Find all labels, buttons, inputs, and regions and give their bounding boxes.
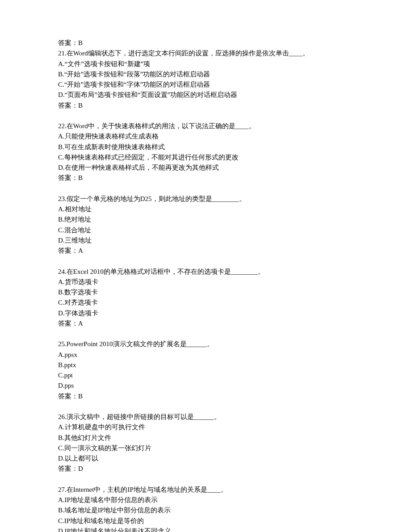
blank-line [58, 111, 353, 121]
document-page: 答案：B21.在Word编辑状态下，进行选定文本行间距的设置，应选择的操作是依次… [0, 0, 411, 532]
text-line: 答案：A [58, 246, 353, 256]
text-line: C.同一演示文稿的某一张幻灯片 [58, 443, 353, 453]
text-line: 21.在Word编辑状态下，进行选定文本行间距的设置，应选择的操作是依次单击__… [58, 48, 353, 59]
text-line: C.对齐选项卡 [58, 297, 353, 308]
text-line: D.IP地址和域名地址分别表达不同含义 [58, 526, 353, 532]
text-line: 26.演示文稿中，超链接中所链接的目标可以是______。 [58, 412, 353, 422]
blank-line [58, 329, 353, 339]
text-line: 答案：B [58, 173, 353, 183]
text-line: B.绝对地址 [58, 214, 353, 225]
text-line: C.每种快速表格样式已经固定，不能对其进行任何形式的更改 [58, 152, 353, 163]
text-line: 答案：D [58, 464, 353, 474]
text-line: D.以上都可以 [58, 453, 353, 464]
text-line: C.IP地址和域名地址是等价的 [58, 516, 353, 526]
text-line: B.pptx [58, 360, 353, 370]
text-line: B.“开始”选项卡按钮和“段落”功能区的对话框启动器 [58, 69, 353, 80]
text-line: C.ppt [58, 370, 353, 381]
blank-line [58, 256, 353, 266]
blank-line [58, 184, 353, 194]
text-line: D.“页面布局”选项卡按钮和“页面设置”功能区的对话框启动器 [58, 90, 353, 100]
text-line: B.域名地址是IP地址中部分信息的表示 [58, 505, 353, 515]
text-line: B.其他幻灯片文件 [58, 433, 353, 443]
text-line: 答案：B [58, 38, 353, 48]
text-line: B.可在生成新表时使用快速表格样式 [58, 142, 353, 152]
text-line: 答案：B [58, 391, 353, 402]
text-line: 23.假定一个单元格的地址为D25，则此地址的类型是________。 [58, 194, 353, 204]
text-line: A.ppsx [58, 350, 353, 360]
text-line: A.“文件”选项卡按钮和“新建”项 [58, 59, 353, 69]
text-line: C.混合地址 [58, 225, 353, 235]
blank-line [58, 402, 353, 412]
text-line: D.pps [58, 381, 353, 391]
text-line: A.IP地址是域名中部分信息的表示 [58, 495, 353, 505]
text-line: D.字体选项卡 [58, 308, 353, 318]
text-line: B.数字选项卡 [58, 287, 353, 297]
text-line: D.在使用一种快速表格样式后，不能再更改为其他样式 [58, 163, 353, 173]
text-line: 24.在Excel 2010的单元格格式对话框中，不存在的选项卡是_______… [58, 267, 353, 277]
text-line: 25.PowerPoint 2010演示文稿文件的扩展名是______。 [58, 339, 353, 349]
text-line: 27.在Internet中，主机的IP地址与域名地址的关系是____。 [58, 485, 353, 495]
text-line: A.计算机硬盘中的可执行文件 [58, 422, 353, 432]
text-line: 答案：B [58, 101, 353, 111]
text-line: D.三维地址 [58, 235, 353, 246]
blank-line [58, 474, 353, 485]
text-line: 22.在Word中，关于快速表格样式的用法，以下说法正确的是____。 [58, 121, 353, 131]
text-line: A.只能使用快速表格样式生成表格 [58, 131, 353, 142]
text-line: A.相对地址 [58, 204, 353, 214]
text-line: A.货币选项卡 [58, 277, 353, 287]
text-line: 答案：A [58, 318, 353, 329]
text-line: C.“开始”选项卡按钮和“字体”功能区的对话框启动器 [58, 80, 353, 90]
